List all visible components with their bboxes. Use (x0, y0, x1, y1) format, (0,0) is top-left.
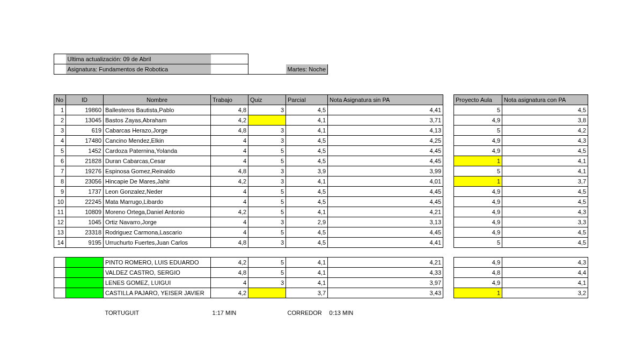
cell-trabajo[interactable]: 4,8 (211, 126, 248, 136)
cell-trabajo[interactable]: 4 (211, 146, 248, 156)
cell-nota-sin[interactable]: 4,21 (328, 207, 443, 217)
cell-name[interactable]: Cardoza Paternina,Yolanda (104, 146, 211, 156)
cell-nota-con[interactable]: 4,1 (502, 156, 588, 166)
cell-trabajo[interactable]: 4 (211, 278, 248, 288)
cell-id[interactable]: 1452 (66, 146, 104, 156)
cell-name[interactable]: Mata Marrugo,Libardo (104, 197, 211, 207)
cell-quiz[interactable]: 3 (248, 166, 286, 177)
cell-id[interactable]: 10809 (66, 207, 104, 217)
cell-name[interactable]: Ortiz Navarro,Jorge (104, 217, 211, 227)
cell-proyecto[interactable]: 4,9 (454, 258, 502, 268)
cell-no[interactable] (54, 258, 66, 268)
cell-proyecto[interactable]: 4,9 (454, 227, 502, 238)
cell-quiz[interactable]: 5 (248, 187, 286, 197)
cell-id[interactable] (66, 288, 104, 298)
cell-proyecto[interactable]: 4,9 (454, 197, 502, 207)
cell-name[interactable]: Hincapie De Mares,Jahir (104, 177, 211, 187)
cell-nota-con[interactable]: 3,3 (502, 217, 588, 227)
cell-trabajo[interactable]: 4,2 (211, 207, 248, 217)
cell-parcial[interactable]: 4,1 (286, 126, 328, 136)
cell-name[interactable]: LENES GOMEZ, LUIGUI (104, 278, 211, 288)
cell-proyecto[interactable]: 5 (454, 105, 502, 115)
cell-nota-sin[interactable]: 4,13 (328, 126, 443, 136)
cell-nota-con[interactable]: 4,5 (502, 187, 588, 197)
cell-nota-sin[interactable]: 3,97 (328, 278, 443, 288)
cell-nota-sin[interactable]: 3,99 (328, 166, 443, 177)
cell-proyecto[interactable]: 4,9 (454, 278, 502, 288)
cell-id[interactable]: 23056 (66, 177, 104, 187)
cell-name[interactable]: Cabarcas Herazo,Jorge (104, 126, 211, 136)
cell-parcial[interactable]: 4,1 (286, 258, 328, 268)
cell-parcial[interactable]: 4,1 (286, 177, 328, 187)
cell-no[interactable] (54, 278, 66, 288)
cell-proyecto[interactable]: 4,9 (454, 217, 502, 227)
cell-nota-sin[interactable]: 4,25 (328, 136, 443, 146)
cell-nota-sin[interactable]: 3,71 (328, 115, 443, 126)
cell-nota-con[interactable]: 4,1 (502, 278, 588, 288)
cell-trabajo[interactable]: 4,2 (211, 115, 248, 126)
cell-no[interactable]: 2 (54, 115, 66, 126)
cell-quiz[interactable]: 5 (248, 197, 286, 207)
cell-quiz[interactable]: 3 (248, 126, 286, 136)
cell-nota-con[interactable]: 4,5 (502, 197, 588, 207)
cell-parcial[interactable]: 4,5 (286, 136, 328, 146)
cell-no[interactable]: 4 (54, 136, 66, 146)
cell-id[interactable]: 13045 (66, 115, 104, 126)
cell-parcial[interactable]: 4,5 (286, 146, 328, 156)
cell-quiz[interactable]: 3 (248, 238, 286, 248)
cell-trabajo[interactable]: 4 (211, 217, 248, 227)
cell-no[interactable]: 8 (54, 177, 66, 187)
cell-quiz[interactable]: 3 (248, 136, 286, 146)
cell-proyecto[interactable]: 5 (454, 166, 502, 177)
cell-id[interactable]: 21828 (66, 156, 104, 166)
cell-id[interactable]: 19860 (66, 105, 104, 115)
cell-trabajo[interactable]: 4,2 (211, 258, 248, 268)
cell-nota-con[interactable]: 3,8 (502, 115, 588, 126)
cell-nota-con[interactable]: 4,5 (502, 227, 588, 238)
cell-name[interactable]: Espinosa Gomez,Reinaldo (104, 166, 211, 177)
cell-trabajo[interactable]: 4 (211, 156, 248, 166)
cell-parcial[interactable]: 4,1 (286, 207, 328, 217)
cell-proyecto[interactable]: 4,9 (454, 115, 502, 126)
cell-nota-sin[interactable]: 4,45 (328, 197, 443, 207)
cell-proyecto[interactable]: 5 (454, 126, 502, 136)
cell-name[interactable]: PINTO ROMERO, LUIS EDUARDO (104, 258, 211, 268)
cell-id[interactable]: 9195 (66, 238, 104, 248)
cell-proyecto[interactable]: 5 (454, 238, 502, 248)
cell-nota-con[interactable]: 4,3 (502, 258, 588, 268)
cell-name[interactable]: Ballesteros Bautista,Pablo (104, 105, 211, 115)
cell-no[interactable]: 13 (54, 227, 66, 238)
cell-nota-sin[interactable]: 4,21 (328, 258, 443, 268)
cell-quiz[interactable] (248, 288, 286, 298)
cell-quiz[interactable] (248, 115, 286, 126)
cell-name[interactable]: Rodriguez Carmona,Lascario (104, 227, 211, 238)
cell-nota-con[interactable]: 4,1 (502, 166, 588, 177)
cell-nota-con[interactable]: 4,2 (502, 126, 588, 136)
cell-no[interactable]: 11 (54, 207, 66, 217)
cell-trabajo[interactable]: 4,8 (211, 268, 248, 278)
cell-parcial[interactable]: 4,1 (286, 268, 328, 278)
cell-proyecto[interactable]: 4,9 (454, 146, 502, 156)
cell-proyecto[interactable]: 4,9 (454, 187, 502, 197)
cell-id[interactable]: 23318 (66, 227, 104, 238)
cell-parcial[interactable]: 3,9 (286, 166, 328, 177)
cell-trabajo[interactable]: 4 (211, 187, 248, 197)
cell-quiz[interactable]: 5 (248, 207, 286, 217)
cell-nota-sin[interactable]: 4,41 (328, 105, 443, 115)
cell-nota-con[interactable]: 4,3 (502, 207, 588, 217)
cell-quiz[interactable]: 3 (248, 177, 286, 187)
cell-quiz[interactable]: 5 (248, 258, 286, 268)
cell-parcial[interactable]: 4,5 (286, 197, 328, 207)
cell-trabajo[interactable]: 4 (211, 197, 248, 207)
cell-nota-con[interactable]: 4,5 (502, 105, 588, 115)
cell-id[interactable]: 1737 (66, 187, 104, 197)
cell-nota-sin[interactable]: 3,13 (328, 217, 443, 227)
cell-trabajo[interactable]: 4,8 (211, 105, 248, 115)
cell-proyecto[interactable]: 4,9 (454, 136, 502, 146)
cell-no[interactable]: 5 (54, 146, 66, 156)
cell-nota-con[interactable]: 4,5 (502, 146, 588, 156)
cell-parcial[interactable]: 4,5 (286, 238, 328, 248)
cell-nota-con[interactable]: 4,3 (502, 136, 588, 146)
cell-trabajo[interactable]: 4,8 (211, 238, 248, 248)
cell-id[interactable]: 619 (66, 126, 104, 136)
